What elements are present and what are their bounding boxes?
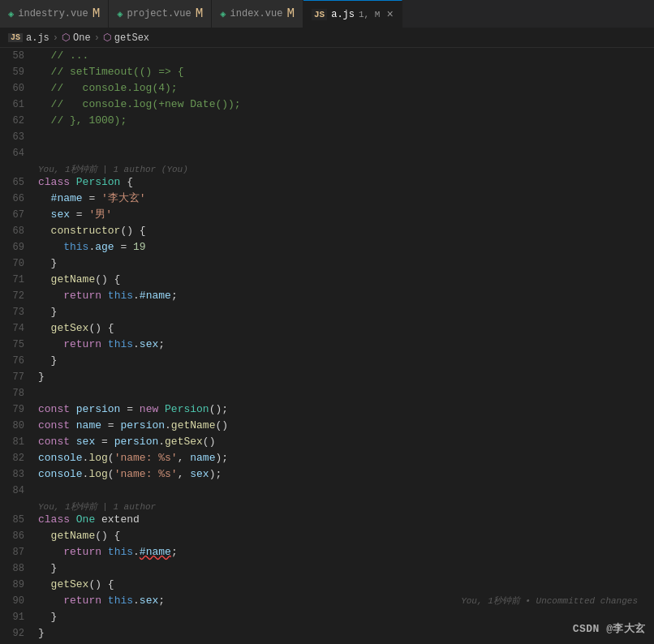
- line-83: 83 console.log('name: %s', sex);: [0, 466, 654, 483]
- tab-index-vue[interactable]: ◈ index.vue M: [212, 0, 303, 28]
- blame-line-65: You, 1秒钟前 | 1 author (You): [0, 161, 654, 174]
- line-number: 89: [0, 577, 34, 593]
- breadcrumb-sep1: ›: [53, 32, 58, 44]
- line-number: 85: [0, 512, 34, 528]
- line-number: 59: [0, 64, 34, 80]
- breadcrumb-file: a.js: [26, 32, 49, 44]
- line-91: 91 }: [0, 609, 654, 625]
- breadcrumb-icon1: ⬡: [62, 32, 70, 44]
- line-number: 58: [0, 48, 34, 64]
- line-68: 68 constructor() {: [0, 223, 654, 239]
- line-70: 70 }: [0, 255, 654, 272]
- line-92: 92 }: [0, 625, 654, 642]
- tab-project-vue[interactable]: ◈ project.vue M: [109, 0, 212, 28]
- tab-bar: ◈ indestry.vue M ◈ project.vue M ◈ index…: [0, 0, 654, 28]
- line-content: }: [34, 369, 654, 385]
- js-icon: JS: [312, 9, 327, 20]
- line-77: 77 }: [0, 369, 654, 385]
- line-content: return this.#name;: [34, 288, 654, 304]
- line-content: getName() {: [34, 272, 654, 288]
- breadcrumb-icon2: ⬡: [103, 32, 111, 44]
- line-number: 71: [0, 272, 34, 288]
- line-number: 78: [0, 385, 34, 401]
- line-content: return this.sex;: [34, 337, 654, 353]
- line-number: 86: [0, 528, 34, 544]
- line-84: 84: [0, 483, 654, 499]
- line-content: getName() {: [34, 528, 654, 544]
- line-content: console.log('name: %s', name);: [34, 450, 654, 466]
- line-69: 69 this.age = 19: [0, 239, 654, 255]
- line-content: getSex() {: [34, 320, 654, 337]
- line-number: 80: [0, 418, 34, 434]
- line-61: 61 // console.log(+new Date());: [0, 97, 654, 113]
- line-content: }: [34, 255, 654, 272]
- editor: 58 // ... 59 // setTimeout(() => { 60 //…: [0, 48, 654, 644]
- tab-position: 1, M: [359, 10, 380, 19]
- line-75: 75 return this.sex;: [0, 337, 654, 353]
- line-number: 60: [0, 80, 34, 97]
- line-66: 66 #name = '李大玄': [0, 191, 654, 207]
- line-number: 70: [0, 255, 34, 272]
- line-content: const name = persion.getName(): [34, 418, 654, 434]
- modified-indicator: M: [93, 7, 101, 20]
- breadcrumb-sep2: ›: [94, 32, 100, 44]
- modified-indicator: M: [286, 7, 295, 20]
- line-86: 86 getName() {: [0, 528, 654, 544]
- line-content: const sex = persion.getSex(): [34, 434, 654, 450]
- line-number: 67: [0, 207, 34, 223]
- breadcrumb-path1: One: [73, 32, 91, 44]
- tab-label: a.js: [331, 9, 355, 20]
- tab-label: index.vue: [230, 8, 283, 19]
- tab-indestry-vue[interactable]: ◈ indestry.vue M: [0, 0, 109, 28]
- modified-indicator: M: [196, 7, 204, 20]
- line-80: 80 const name = persion.getName(): [0, 418, 654, 434]
- tab-label: project.vue: [127, 8, 191, 19]
- line-number: 61: [0, 97, 34, 113]
- vue-icon: ◈: [220, 8, 226, 20]
- line-67: 67 sex = '男': [0, 207, 654, 223]
- line-73: 73 }: [0, 304, 654, 320]
- line-content: }: [34, 560, 654, 577]
- line-number: 88: [0, 560, 34, 577]
- line-number: 84: [0, 483, 34, 499]
- line-number: 79: [0, 401, 34, 418]
- line-number: 90: [0, 593, 34, 609]
- line-number: 73: [0, 304, 34, 320]
- line-number: 76: [0, 353, 34, 369]
- code-area[interactable]: 58 // ... 59 // setTimeout(() => { 60 //…: [0, 48, 654, 644]
- line-59: 59 // setTimeout(() => {: [0, 64, 654, 80]
- line-60: 60 // console.log(4);: [0, 80, 654, 97]
- close-tab-button[interactable]: ×: [386, 8, 393, 21]
- line-number: 63: [0, 129, 34, 145]
- breadcrumb: JS a.js › ⬡ One › ⬡ getSex: [0, 28, 654, 48]
- line-content: // }, 1000);: [34, 113, 654, 129]
- line-74: 74 getSex() {: [0, 320, 654, 337]
- line-content: // console.log(4);: [34, 80, 654, 97]
- line-89: 89 getSex() {: [0, 577, 654, 593]
- line-number: 62: [0, 113, 34, 129]
- line-content: // setTimeout(() => {: [34, 64, 654, 80]
- line-content: return this.#name;: [34, 544, 654, 560]
- line-number: 81: [0, 434, 34, 450]
- line-65: 65 class Persion {: [0, 174, 654, 191]
- line-79: 79 const persion = new Persion();: [0, 401, 654, 418]
- line-82: 82 console.log('name: %s', name);: [0, 450, 654, 466]
- line-71: 71 getName() {: [0, 272, 654, 288]
- line-78: 78: [0, 385, 654, 401]
- line-content: constructor() {: [34, 223, 654, 239]
- line-87: 87 return this.#name;: [0, 544, 654, 560]
- line-72: 72 return this.#name;: [0, 288, 654, 304]
- breadcrumb-path2: getSex: [114, 32, 149, 44]
- line-number: 64: [0, 145, 34, 161]
- line-number: 82: [0, 450, 34, 466]
- line-number: 87: [0, 544, 34, 560]
- line-number: 65: [0, 174, 34, 191]
- line-number: 91: [0, 609, 34, 625]
- line-content: }: [34, 609, 654, 625]
- line-content: this.age = 19: [34, 239, 654, 255]
- line-88: 88 }: [0, 560, 654, 577]
- line-content: console.log('name: %s', sex);: [34, 466, 654, 483]
- line-number: 68: [0, 223, 34, 239]
- watermark: CSDN @李大玄: [573, 621, 646, 636]
- tab-a-js[interactable]: JS a.js 1, M ×: [303, 0, 402, 28]
